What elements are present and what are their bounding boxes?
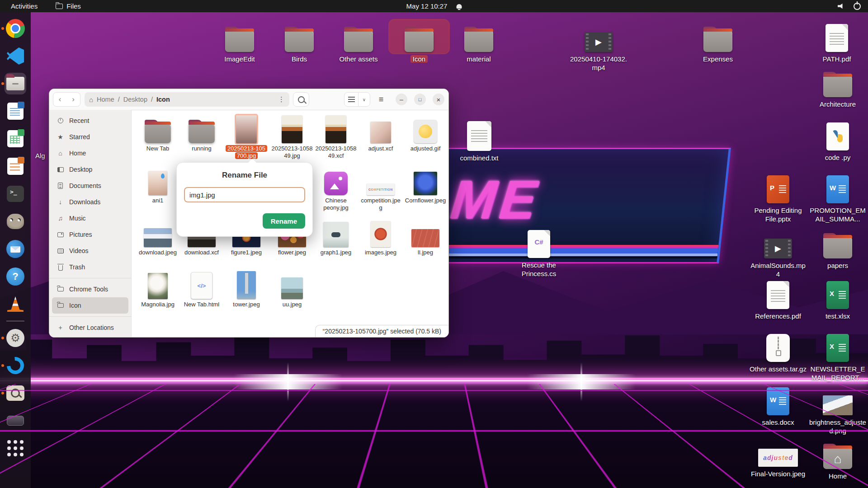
desktop-icon-imageedit[interactable]: ImageEdit: [210, 20, 269, 63]
file-item-adjust-xcf[interactable]: adjust.xcf: [360, 113, 401, 152]
desktop-icon-birds[interactable]: Birds: [270, 20, 329, 63]
file-item-20250213-105700-selected[interactable]: 20250213-105700.jpg: [226, 113, 267, 160]
photo-thumbnail: [282, 115, 302, 143]
file-item-graph1[interactable]: graph1.jpeg: [315, 217, 357, 256]
desktop-icon-newsletter-report[interactable]: X NEWSLETTER_EMAIL_REPORT...: [808, 330, 867, 382]
dock-item-screenshot[interactable]: [5, 382, 26, 404]
view-options-chevron-icon[interactable]: ∨: [359, 97, 370, 102]
search-button[interactable]: [293, 92, 309, 107]
file-item-new-tab-html[interactable]: </> New Tab.html: [181, 269, 222, 308]
file-item-ll[interactable]: ll.jpeg: [405, 217, 446, 256]
file-item-chinese-peony[interactable]: Chinese peony.jpg: [315, 165, 357, 211]
sidebar-item-desktop[interactable]: Desktop: [52, 161, 128, 178]
file-item-uu[interactable]: uu.jpeg: [271, 269, 313, 308]
sidebar-item-downloads[interactable]: ↓Downloads: [52, 194, 128, 210]
minimize-button[interactable]: –: [396, 94, 407, 105]
rename-input[interactable]: [184, 187, 305, 202]
file-item-download-jpeg[interactable]: download.jpeg: [137, 217, 179, 256]
file-item-cornflower[interactable]: Cornflower.jpeg: [405, 165, 446, 204]
desktop-icon-sales-docx[interactable]: W sales.docx: [749, 384, 807, 427]
desktop-icon-home-folder[interactable]: ⌂ Home: [808, 437, 867, 480]
dock-item-vscode[interactable]: [5, 45, 26, 67]
dock-item-impress[interactable]: [5, 155, 26, 177]
power-icon[interactable]: [854, 3, 861, 10]
desktop-icon-other-assets[interactable]: Other assets: [329, 20, 388, 63]
dock-item-chrome[interactable]: [5, 18, 26, 39]
sidebar-item-recent[interactable]: Recent: [52, 113, 128, 129]
sidebar-item-icon[interactable]: Icon: [52, 297, 128, 314]
sidebar-item-trash[interactable]: Trash: [52, 259, 128, 275]
desktop-icon-test-xlsx[interactable]: X test.xlsx: [808, 277, 867, 320]
dock-item-vlc[interactable]: [5, 293, 26, 315]
file-item-adjusted-gif[interactable]: adjusted.gif: [405, 113, 446, 152]
file-item-20250213-105849-jpg[interactable]: 20250213-105849.jpg: [271, 113, 313, 160]
breadcrumb-icon[interactable]: Icon: [156, 96, 170, 103]
rename-button[interactable]: Rename: [263, 213, 305, 229]
file-item-images[interactable]: images.jpeg: [360, 217, 401, 256]
file-item-running[interactable]: running: [181, 113, 222, 152]
dock-item-terminal[interactable]: >_: [5, 183, 26, 205]
desktop-icon-icon-selected[interactable]: Icon: [390, 20, 448, 63]
neon-text: ME: [448, 168, 543, 230]
maximize-button[interactable]: □: [414, 94, 426, 105]
dock-item-files[interactable]: [5, 73, 26, 94]
sidebar-item-home[interactable]: ⌂Home: [52, 145, 128, 161]
sidebar-item-starred[interactable]: ★Starred: [52, 129, 128, 145]
desktop-icon-path-pdf[interactable]: PATH.pdf: [807, 20, 866, 63]
file-item-magnolia[interactable]: Magnolia.jpg: [137, 269, 179, 308]
app-menu[interactable]: Files: [56, 2, 81, 10]
window-header[interactable]: ‹ › ⌂ Home / Desktop / Icon ⋮ ∨ ≡ – □ ×: [49, 89, 448, 110]
desktop-icon-promotion-email[interactable]: W PROMOTION_EMAIL_SUMMA...: [808, 172, 867, 223]
view-toggle-button[interactable]: ∨: [344, 92, 370, 107]
dock-item-updater[interactable]: [5, 355, 26, 376]
sidebar-item-videos[interactable]: Videos: [52, 243, 128, 259]
notification-bell-icon[interactable]: [456, 4, 462, 9]
sidebar-item-pictures[interactable]: Pictures: [52, 226, 128, 243]
file-item-tower[interactable]: tower.jpeg: [226, 269, 267, 308]
desktop-icon-brightness-png[interactable]: brightness_adjusted.png: [808, 384, 867, 435]
dock-item-app-grid[interactable]: [5, 437, 26, 459]
dock-item-calc[interactable]: [5, 128, 26, 150]
back-button[interactable]: ‹: [53, 92, 67, 107]
desktop-icon-references-pdf[interactable]: References.pdf: [749, 277, 807, 320]
desktop-icon-pending-pptx[interactable]: P Pending Editing File.pptx: [749, 172, 807, 223]
location-menu-icon[interactable]: ⋮: [278, 95, 285, 103]
breadcrumb-home[interactable]: Home: [97, 96, 114, 103]
file-item-20250213-105849-xcf[interactable]: 20250213-105849.xcf: [315, 113, 357, 160]
desktop-icon-other-assets-targz[interactable]: Other assets.tar.gz: [749, 330, 807, 373]
dock-item-writer[interactable]: [5, 100, 26, 122]
desktop-icon-combined-txt[interactable]: combined.txt: [450, 119, 509, 162]
desktop-icon-material[interactable]: material: [449, 20, 508, 63]
desktop-icon-rescue-princess[interactable]: C# Rescue the Princess.cs: [509, 226, 568, 278]
desktop-icon-animalsounds[interactable]: ▶ AnimalSounds.mp4: [749, 227, 807, 278]
file-item-competition[interactable]: COMPETITION competition.jpeg: [360, 165, 401, 211]
sidebar-item-documents[interactable]: Documents: [52, 178, 128, 194]
dock-item-thunderbird[interactable]: [5, 238, 26, 260]
volume-icon[interactable]: [838, 3, 845, 9]
list-view-icon[interactable]: [344, 93, 359, 106]
sidebar-item-chrome-tools[interactable]: Chrome Tools: [52, 281, 128, 297]
desktop-icon-code-py[interactable]: code .py: [808, 119, 867, 162]
file-item-ani1[interactable]: ani1: [137, 165, 179, 204]
dock-item-window-thumb[interactable]: [5, 410, 26, 432]
desktop-icon-video-20250410[interactable]: ▶ 20250410-174032.mp4: [569, 20, 628, 72]
dock-item-gimp[interactable]: [5, 211, 26, 232]
dock-item-settings[interactable]: ⚙: [5, 327, 26, 349]
sidebar-item-music[interactable]: ♫Music: [52, 210, 128, 226]
desktop-icon-papers[interactable]: papers: [808, 227, 867, 270]
breadcrumb[interactable]: ⌂ Home / Desktop / Icon ⋮: [85, 92, 289, 107]
activities-button[interactable]: Activities: [8, 1, 40, 11]
sidebar-item-other-locations[interactable]: +Other Locations: [52, 319, 128, 336]
image-app-thumbnail: [324, 172, 348, 195]
close-button[interactable]: ×: [433, 94, 444, 105]
code-glyph: </>: [198, 282, 206, 289]
desktop-icon-expenses[interactable]: Expenses: [689, 20, 747, 63]
desktop-icon-architecture[interactable]: Architecture: [808, 66, 867, 108]
main-menu-button[interactable]: ≡: [374, 92, 388, 107]
desktop-icon-final-version[interactable]: adjusted Final-Version.jpeg: [749, 435, 807, 478]
forward-button[interactable]: ›: [66, 92, 80, 107]
file-item-new-tab[interactable]: New Tab: [137, 113, 179, 152]
breadcrumb-desktop[interactable]: Desktop: [123, 96, 147, 103]
clock[interactable]: May 12 10:27: [406, 2, 448, 10]
dock-item-help[interactable]: ?: [5, 266, 26, 287]
